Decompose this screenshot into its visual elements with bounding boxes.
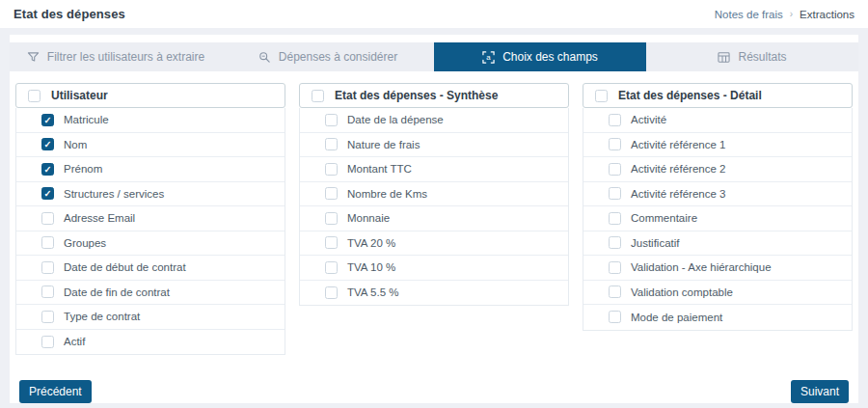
field-row[interactable]: Groupes — [16, 231, 285, 257]
field-checkbox[interactable] — [41, 163, 54, 176]
field-label: Adresse Email — [64, 212, 135, 224]
field-label: TVA 10 % — [347, 261, 395, 273]
field-row[interactable]: Date de début de contrat — [16, 256, 285, 281]
field-row[interactable]: Validation comptable — [583, 281, 852, 306]
select-all-checkbox[interactable] — [312, 90, 324, 102]
previous-button[interactable]: Précédent — [19, 380, 92, 403]
field-column-detail: Etat des dépenses - DétailActivitéActivi… — [583, 83, 853, 331]
field-checkbox[interactable] — [41, 212, 54, 225]
field-row[interactable]: Activité référence 2 — [583, 157, 852, 182]
breadcrumb: Notes de frais › Extractions — [715, 9, 854, 20]
field-row[interactable]: Date de la dépense — [300, 108, 568, 133]
field-row[interactable]: Montant TTC — [300, 157, 568, 182]
field-row[interactable]: Prénom — [16, 157, 285, 182]
field-checkbox[interactable] — [41, 138, 54, 150]
field-checkbox[interactable] — [609, 187, 621, 200]
field-checkbox[interactable] — [325, 261, 338, 274]
field-row[interactable]: Date de fin de contrat — [16, 281, 285, 306]
tab-results[interactable]: Résultats — [646, 42, 858, 71]
breadcrumb-current: Extractions — [800, 9, 854, 20]
field-checkbox[interactable] — [609, 163, 621, 176]
field-row[interactable]: Monnaie — [300, 206, 568, 231]
field-row[interactable]: Mode de paiement — [583, 305, 852, 330]
field-column-utilisateur: UtilisateurMatriculeNomPrénomStructures … — [15, 83, 285, 355]
top-header: Etat des dépenses Notes de frais › Extra… — [0, 0, 868, 28]
field-label: Prénom — [64, 163, 102, 175]
column-header-utilisateur: Utilisateur — [15, 83, 285, 108]
field-checkbox[interactable] — [41, 236, 54, 249]
field-label: Type de contrat — [64, 311, 140, 322]
field-row[interactable]: Nom — [16, 133, 285, 158]
field-label: Activité — [631, 114, 666, 125]
field-checkbox[interactable] — [41, 187, 54, 200]
field-checkbox[interactable] — [325, 114, 338, 126]
field-label: Monnaie — [347, 212, 390, 224]
field-label: TVA 20 % — [347, 237, 395, 249]
field-checkbox[interactable] — [609, 236, 621, 249]
field-checkbox[interactable] — [609, 286, 621, 298]
select-all-checkbox[interactable] — [28, 90, 41, 102]
field-row[interactable]: Adresse Email — [16, 206, 285, 231]
field-row[interactable]: TVA 5.5 % — [300, 281, 568, 306]
tab-label: Dépenses à considérer — [279, 50, 397, 64]
field-checkbox[interactable] — [325, 163, 338, 176]
field-row[interactable]: Actif — [16, 330, 285, 355]
field-checkbox[interactable] — [609, 311, 621, 323]
field-checkbox[interactable] — [325, 138, 338, 150]
field-column-synthese: Etat des dépenses - SynthèseDate de la d… — [299, 83, 569, 306]
tab-field-choice[interactable]: aChoix des champs — [434, 42, 646, 71]
field-row[interactable]: Nombre de Kms — [300, 182, 568, 207]
extraction-wizard-card: Filtrer les utilisateurs à extraireDépen… — [10, 35, 858, 403]
field-row[interactable]: TVA 10 % — [300, 256, 568, 281]
field-choice-columns: UtilisateurMatriculeNomPrénomStructures … — [10, 83, 858, 355]
field-label: Matricule — [64, 114, 109, 125]
tab-filter-users[interactable]: Filtrer les utilisateurs à extraire — [10, 42, 222, 71]
field-label: Date de la dépense — [347, 114, 444, 125]
field-row[interactable]: Justificatif — [583, 231, 852, 257]
field-checkbox[interactable] — [41, 311, 54, 323]
tab-expenses[interactable]: Dépenses à considérer — [222, 42, 434, 71]
field-label: Groupes — [64, 237, 106, 249]
field-row[interactable]: Activité — [583, 108, 852, 133]
field-checkbox[interactable] — [41, 261, 54, 274]
field-row[interactable]: Matricule — [16, 108, 285, 133]
field-checkbox[interactable] — [325, 236, 338, 249]
field-label: Validation - Axe hiérarchique — [631, 261, 772, 273]
field-row[interactable]: Type de contrat — [16, 305, 285, 330]
column-header-detail: Etat des dépenses - Détail — [583, 83, 853, 108]
field-checkbox[interactable] — [609, 138, 621, 150]
field-row[interactable]: Structures / services — [16, 182, 285, 207]
column-header-label: Etat des dépenses - Détail — [618, 89, 762, 102]
breadcrumb-link-notes-de-frais[interactable]: Notes de frais — [715, 9, 783, 20]
svg-text:a: a — [486, 53, 491, 62]
next-button[interactable]: Suivant — [791, 380, 849, 403]
field-label: Nombre de Kms — [347, 188, 427, 200]
field-checkbox[interactable] — [325, 286, 338, 299]
field-row[interactable]: Activité référence 3 — [583, 182, 852, 207]
column-header-label: Etat des dépenses - Synthèse — [335, 89, 498, 102]
select-all-checkbox[interactable] — [595, 90, 608, 102]
select-fields-icon: a — [482, 51, 495, 64]
field-checkbox[interactable] — [325, 187, 338, 200]
field-checkbox[interactable] — [41, 336, 54, 348]
filter-icon — [27, 51, 40, 64]
field-row[interactable]: TVA 20 % — [300, 231, 568, 257]
wizard-tabs: Filtrer les utilisateurs à extraireDépen… — [10, 42, 858, 71]
breadcrumb-separator-icon: › — [790, 9, 793, 19]
field-checkbox[interactable] — [609, 212, 621, 225]
field-label: Nom — [64, 139, 87, 150]
field-checkbox[interactable] — [325, 212, 338, 225]
field-row[interactable]: Activité référence 1 — [583, 133, 852, 158]
field-row[interactable]: Commentaire — [583, 206, 852, 231]
tab-label: Filtrer les utilisateurs à extraire — [47, 50, 204, 64]
column-header-synthese: Etat des dépenses - Synthèse — [299, 83, 569, 108]
field-checkbox[interactable] — [41, 286, 54, 298]
field-label: Activité référence 2 — [631, 163, 725, 175]
field-checkbox[interactable] — [609, 114, 621, 126]
field-row[interactable]: Validation - Axe hiérarchique — [583, 256, 852, 281]
field-checkbox[interactable] — [41, 114, 54, 126]
field-checkbox[interactable] — [609, 261, 621, 274]
column-rows: Date de la dépenseNature de fraisMontant… — [299, 108, 569, 306]
field-label: Commentaire — [631, 212, 697, 224]
field-row[interactable]: Nature de frais — [300, 133, 568, 158]
